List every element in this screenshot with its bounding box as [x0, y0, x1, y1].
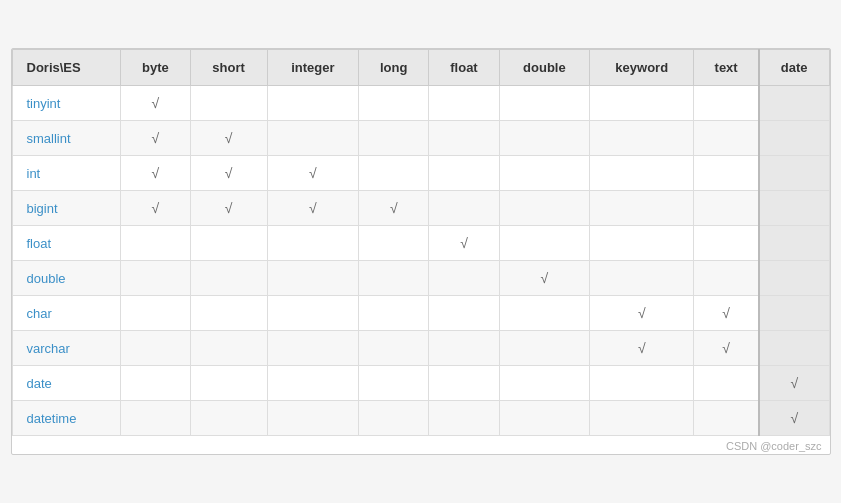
row-label: smallint — [12, 121, 121, 156]
cell-double-date — [759, 261, 829, 296]
col-header-short: short — [190, 50, 267, 86]
cell-date-integer — [267, 366, 359, 401]
cell-char-date — [759, 296, 829, 331]
cell-char-keyword: √ — [590, 296, 694, 331]
cell-smallint-keyword — [590, 121, 694, 156]
cell-tinyint-double — [499, 86, 590, 121]
table-row: float√ — [12, 226, 829, 261]
cell-bigint-double — [499, 191, 590, 226]
cell-tinyint-float — [429, 86, 499, 121]
table-row: date√ — [12, 366, 829, 401]
cell-double-integer — [267, 261, 359, 296]
cell-smallint-double — [499, 121, 590, 156]
col-header-keyword: keyword — [590, 50, 694, 86]
row-label: tinyint — [12, 86, 121, 121]
cell-char-double — [499, 296, 590, 331]
cell-datetime-date: √ — [759, 401, 829, 436]
cell-int-byte: √ — [121, 156, 190, 191]
row-label: datetime — [12, 401, 121, 436]
cell-tinyint-short — [190, 86, 267, 121]
cell-double-keyword — [590, 261, 694, 296]
cell-tinyint-byte: √ — [121, 86, 190, 121]
cell-varchar-float — [429, 331, 499, 366]
cell-date-keyword — [590, 366, 694, 401]
cell-date-long — [359, 366, 429, 401]
cell-date-short — [190, 366, 267, 401]
row-label: int — [12, 156, 121, 191]
cell-datetime-keyword — [590, 401, 694, 436]
col-header-float: float — [429, 50, 499, 86]
col-header-double: double — [499, 50, 590, 86]
cell-char-byte — [121, 296, 190, 331]
cell-int-integer: √ — [267, 156, 359, 191]
table-container: Doris\ESbyteshortintegerlongfloatdoublek… — [11, 48, 831, 455]
cell-char-float — [429, 296, 499, 331]
cell-smallint-short: √ — [190, 121, 267, 156]
col-header-DorisES: Doris\ES — [12, 50, 121, 86]
cell-tinyint-keyword — [590, 86, 694, 121]
cell-datetime-long — [359, 401, 429, 436]
cell-char-integer — [267, 296, 359, 331]
cell-double-short — [190, 261, 267, 296]
cell-char-text: √ — [694, 296, 759, 331]
table-wrapper: Doris\ESbyteshortintegerlongfloatdoublek… — [11, 48, 831, 455]
cell-float-short — [190, 226, 267, 261]
cell-double-float — [429, 261, 499, 296]
cell-date-float — [429, 366, 499, 401]
cell-char-long — [359, 296, 429, 331]
cell-varchar-double — [499, 331, 590, 366]
table-row: bigint√√√√ — [12, 191, 829, 226]
cell-int-long — [359, 156, 429, 191]
watermark: CSDN @coder_szc — [12, 436, 830, 454]
cell-float-float: √ — [429, 226, 499, 261]
cell-datetime-double — [499, 401, 590, 436]
cell-varchar-date — [759, 331, 829, 366]
cell-varchar-long — [359, 331, 429, 366]
cell-bigint-short: √ — [190, 191, 267, 226]
cell-tinyint-date — [759, 86, 829, 121]
col-header-long: long — [359, 50, 429, 86]
cell-bigint-long: √ — [359, 191, 429, 226]
cell-int-date — [759, 156, 829, 191]
table-row: int√√√ — [12, 156, 829, 191]
table-row: tinyint√ — [12, 86, 829, 121]
cell-datetime-integer — [267, 401, 359, 436]
cell-datetime-short — [190, 401, 267, 436]
cell-float-long — [359, 226, 429, 261]
cell-int-short: √ — [190, 156, 267, 191]
cell-double-double: √ — [499, 261, 590, 296]
cell-date-date: √ — [759, 366, 829, 401]
cell-float-date — [759, 226, 829, 261]
cell-datetime-text — [694, 401, 759, 436]
cell-smallint-float — [429, 121, 499, 156]
cell-smallint-date — [759, 121, 829, 156]
cell-double-text — [694, 261, 759, 296]
col-header-date: date — [759, 50, 829, 86]
row-label: double — [12, 261, 121, 296]
cell-varchar-byte — [121, 331, 190, 366]
cell-int-text — [694, 156, 759, 191]
cell-bigint-float — [429, 191, 499, 226]
cell-datetime-byte — [121, 401, 190, 436]
cell-tinyint-long — [359, 86, 429, 121]
cell-varchar-short — [190, 331, 267, 366]
cell-smallint-long — [359, 121, 429, 156]
cell-float-text — [694, 226, 759, 261]
cell-int-double — [499, 156, 590, 191]
cell-int-keyword — [590, 156, 694, 191]
cell-smallint-byte: √ — [121, 121, 190, 156]
cell-varchar-keyword: √ — [590, 331, 694, 366]
cell-varchar-text: √ — [694, 331, 759, 366]
row-label: varchar — [12, 331, 121, 366]
cell-bigint-keyword — [590, 191, 694, 226]
cell-tinyint-integer — [267, 86, 359, 121]
cell-double-long — [359, 261, 429, 296]
cell-float-integer — [267, 226, 359, 261]
table-row: smallint√√ — [12, 121, 829, 156]
cell-char-short — [190, 296, 267, 331]
cell-double-byte — [121, 261, 190, 296]
table-row: varchar√√ — [12, 331, 829, 366]
row-label: float — [12, 226, 121, 261]
table-row: double√ — [12, 261, 829, 296]
row-label: date — [12, 366, 121, 401]
